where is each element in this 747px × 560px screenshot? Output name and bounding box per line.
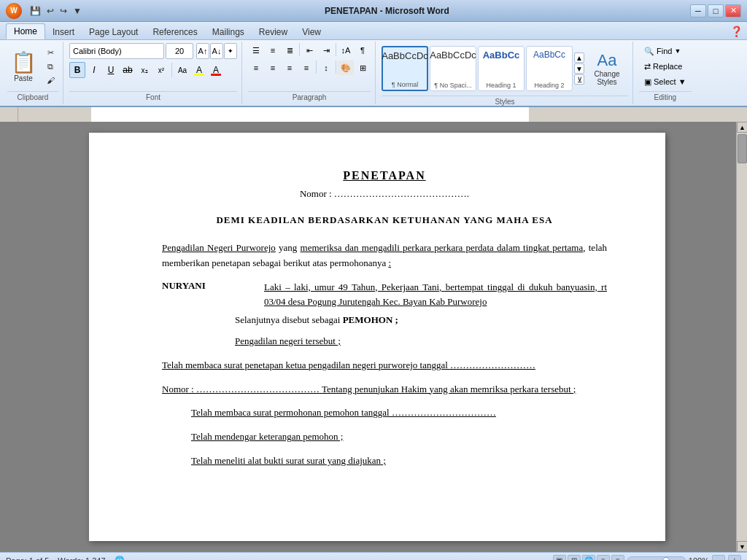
select-button[interactable]: ▣ Select ▼: [639, 75, 692, 89]
borders-button[interactable]: ⊞: [355, 61, 371, 75]
nuryani-desc: Laki – laki, umur 49 Tahun, Pekerjaan Ta…: [264, 280, 607, 311]
document-page[interactable]: PENETAPAN Nomor : ……………………………………. DEMI K…: [89, 133, 665, 541]
style-heading2[interactable]: AaBbCc Heading 2: [526, 46, 573, 91]
editing-group-label: Editing: [639, 91, 692, 103]
zoom-in-button[interactable]: +: [728, 555, 741, 561]
styles-expand[interactable]: ⊻: [574, 74, 584, 85]
line-spacing-button[interactable]: ↕: [318, 61, 334, 75]
show-para-marks-button[interactable]: ¶: [355, 43, 371, 58]
italic-button[interactable]: I: [86, 62, 102, 78]
redo-button[interactable]: ↪: [58, 5, 69, 17]
web-layout-view-button[interactable]: 🌐: [582, 555, 595, 561]
pengadilan-line: Pengadilan negeri tersebut ;: [162, 334, 607, 349]
font-size-decrease-button[interactable]: A↓: [210, 43, 223, 59]
justify-button[interactable]: ≡: [298, 61, 314, 75]
zoom-out-button[interactable]: −: [712, 555, 725, 561]
styles-scroll-down[interactable]: ▼: [574, 63, 584, 74]
numbering-button[interactable]: ≡: [265, 43, 281, 58]
view-buttons: ▣ ⊞ 🌐 ≡ ≡: [553, 555, 624, 561]
strikethrough-button[interactable]: ab: [120, 62, 136, 78]
multilevel-list-button[interactable]: ≣: [282, 43, 298, 58]
title-bar: W 💾 ↩ ↪ ▼ PENETAPAN - Microsoft Word ─ □…: [0, 0, 747, 22]
font-group: A↑ A↓ ✦ B I U ab x₂ x² Aa A A: [65, 42, 242, 104]
tab-references[interactable]: References: [145, 25, 204, 39]
font-name-input[interactable]: [69, 43, 164, 59]
change-styles-button[interactable]: Aa Change Styles: [586, 45, 628, 93]
zoom-slider[interactable]: [627, 556, 686, 561]
telah4-para: Telah meneliti alat bukti surat surat ya…: [162, 454, 607, 469]
help-button[interactable]: ❓: [726, 23, 747, 39]
nuryani-name: NURYANI: [162, 280, 264, 311]
quick-access: 💾 ↩ ↪ ▼: [28, 5, 84, 17]
text-effects-button[interactable]: Aa: [174, 62, 190, 78]
telah3-para: Telah mendengar keterangan pemohon ;: [162, 429, 607, 445]
print-layout-view-button[interactable]: ▣: [553, 555, 566, 561]
outline-view-button[interactable]: ≡: [597, 555, 610, 561]
status-right: ▣ ⊞ 🌐 ≡ ≡ 100% − +: [553, 555, 741, 561]
underline-button[interactable]: U: [103, 62, 119, 78]
svg-rect-2: [529, 107, 747, 122]
sort-button[interactable]: ↕A: [338, 43, 354, 58]
font-size-increase-button[interactable]: A↑: [196, 43, 209, 59]
scroll-track[interactable]: [737, 133, 747, 541]
copy-button[interactable]: ⧉: [42, 60, 58, 73]
undo-button[interactable]: ↩: [44, 5, 56, 17]
bold-button[interactable]: B: [69, 62, 85, 78]
replace-label: Replace: [653, 62, 682, 71]
superscript-button[interactable]: x²: [153, 62, 169, 78]
draft-view-button[interactable]: ≡: [611, 555, 624, 561]
paste-button[interactable]: 📋 Paste: [7, 44, 39, 88]
zoom-thumb[interactable]: [662, 557, 670, 561]
font-size-input[interactable]: [166, 43, 193, 59]
tab-insert[interactable]: Insert: [45, 25, 82, 39]
align-center-button[interactable]: ≡: [265, 61, 281, 75]
document-title: PENETAPAN: [162, 169, 607, 182]
scroll-up-button[interactable]: ▲: [737, 122, 747, 133]
styles-scroll: ▲ ▼ ⊻: [574, 52, 584, 85]
format-painter-button[interactable]: 🖌: [42, 74, 58, 87]
editing-group: 🔍 Find ▼ ⇄ Replace ▣ Select ▼ Editing: [635, 42, 696, 104]
subscript-button[interactable]: x₂: [136, 62, 152, 78]
word-count: Words: 1,347: [58, 556, 105, 561]
style-heading1[interactable]: AaBbCc Heading 1: [478, 46, 525, 91]
para-row-1: ☰ ≡ ≣ ⇤ ⇥ ↕A ¶: [248, 43, 371, 58]
decrease-indent-button[interactable]: ⇤: [301, 43, 317, 58]
minimize-button[interactable]: ─: [690, 4, 706, 18]
scroll-down-button[interactable]: ▼: [737, 541, 747, 552]
find-button[interactable]: 🔍 Find ▼: [639, 44, 686, 58]
office-orb[interactable]: W: [6, 3, 22, 19]
shading-button[interactable]: 🎨: [338, 61, 354, 75]
tab-review[interactable]: Review: [252, 25, 295, 39]
nomor2-para: Nomor : ………………………………… Tentang penunjukan…: [162, 382, 607, 397]
cut-button[interactable]: ✂: [42, 46, 58, 59]
change-styles-label: Change Styles: [589, 70, 624, 86]
highlight-color-button[interactable]: A: [191, 62, 207, 78]
maximize-button[interactable]: □: [708, 4, 724, 18]
doc-sidebar-left: [0, 122, 18, 552]
tab-page-layout[interactable]: Page Layout: [82, 25, 145, 39]
font-content: A↑ A↓ ✦ B I U ab x₂ x² Aa A A: [69, 43, 237, 90]
tab-mailings[interactable]: Mailings: [205, 25, 252, 39]
replace-button[interactable]: ⇄ Replace: [639, 60, 687, 74]
tab-home[interactable]: Home: [6, 23, 45, 39]
customize-button[interactable]: ▼: [71, 5, 84, 17]
align-right-button[interactable]: ≡: [282, 61, 298, 75]
style-no-spacing[interactable]: AaBbCcDc ¶ No Spaci...: [430, 46, 476, 91]
full-screen-view-button[interactable]: ⊞: [568, 555, 581, 561]
tab-view[interactable]: View: [295, 25, 328, 39]
bullets-button[interactable]: ☰: [248, 43, 264, 58]
vertical-scrollbar[interactable]: ▲ ▼: [736, 122, 747, 552]
align-left-button[interactable]: ≡: [248, 61, 264, 75]
svg-rect-1: [18, 107, 91, 122]
styles-scroll-up[interactable]: ▲: [574, 52, 584, 63]
font-color-button[interactable]: A: [208, 62, 224, 78]
close-button[interactable]: ✕: [725, 4, 741, 18]
selanjutnya-line: Selanjutnya disebut sebagai PEMOHON ;: [162, 313, 607, 328]
save-button[interactable]: 💾: [28, 5, 43, 17]
style-normal[interactable]: AaBbCcDc ¶ Normal: [382, 46, 428, 91]
para-row-2: ≡ ≡ ≡ ≡ ↕ 🎨 ⊞: [248, 61, 371, 75]
clear-format-button[interactable]: ✦: [224, 43, 237, 59]
style-normal-label: ¶ Normal: [392, 81, 418, 88]
scroll-thumb[interactable]: [738, 134, 747, 163]
increase-indent-button[interactable]: ⇥: [318, 43, 334, 58]
